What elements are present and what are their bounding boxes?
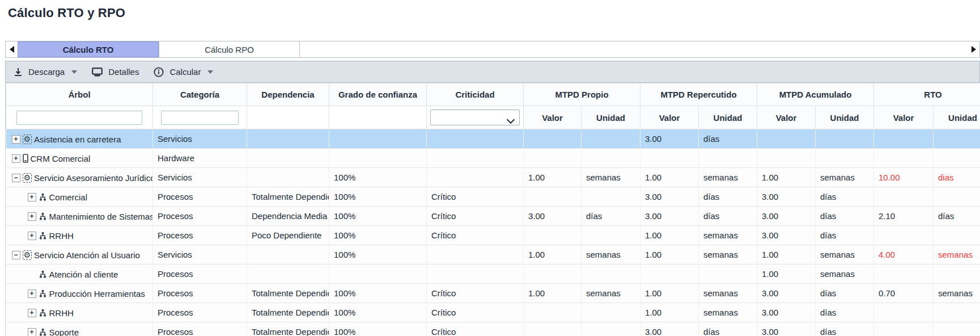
expand-toggle[interactable]: +: [12, 154, 20, 163]
table-row[interactable]: +Producción HerramientasProcesosTotalmen…: [6, 284, 980, 303]
tab-scroll-right-button[interactable]: [968, 41, 979, 57]
cell-mtpd-propio-valor: 1.00: [524, 168, 582, 187]
cell-categoria: Hardware: [153, 149, 247, 168]
table-row[interactable]: −⚙Servicio Atención al UsuarioServicios1…: [6, 245, 980, 264]
table-row[interactable]: −⚙Servicio Asesoramiento JurídicoServici…: [6, 168, 980, 187]
col-header-categoria[interactable]: Categoría: [153, 83, 247, 106]
expand-toggle[interactable]: +: [12, 135, 20, 144]
filter-subheader-row: Valor Unidad Valor Unidad Valor Unidad V…: [6, 106, 980, 129]
cell-arbol: +Mantenimiento de Sistemas: [6, 207, 153, 226]
cell-mtpd-acumulado-valor: 3.00: [757, 207, 816, 226]
cell-mtpd-propio-valor: 3.00: [524, 207, 582, 226]
cell-dependencia: [247, 264, 329, 284]
table-row[interactable]: +ComercialProcesosTotalmente Dependiente…: [6, 187, 980, 207]
cell-grado-confianza: 100%: [329, 284, 427, 303]
arbol-filter-input[interactable]: [16, 111, 142, 125]
col-header-criticidad[interactable]: Criticidad: [427, 83, 524, 106]
cell-mtpd-repercutido-valor: 3.00: [640, 322, 699, 336]
cell-mtpd-acumulado-unidad: días: [816, 207, 874, 226]
cell-mtpd-repercutido-unidad: semanas: [699, 245, 757, 264]
cell-mtpd-acumulado-unidad: [816, 149, 874, 168]
table-row[interactable]: +CRM ComercialHardware: [6, 149, 980, 168]
cell-grado-confianza: 100%: [329, 187, 427, 207]
collapse-toggle[interactable]: −: [12, 174, 20, 182]
cell-mtpd-acumulado-valor: 1.00: [757, 245, 816, 264]
cell-grado-confianza: 100%: [329, 168, 427, 187]
cell-rto-valor: [874, 264, 934, 284]
cell-rto-unidad: semanas: [934, 245, 980, 264]
table-row[interactable]: Atención al clienteProcesos1.00semanas: [6, 264, 980, 284]
subheader-unidad: Unidad: [934, 106, 980, 129]
tree-item-label: CRM Comercial: [31, 154, 91, 163]
cell-mtpd-acumulado-unidad: [816, 129, 874, 149]
subheader-unidad: Unidad: [582, 106, 640, 129]
tree-item-label: Comercial: [49, 192, 88, 202]
expand-toggle[interactable]: +: [28, 212, 36, 221]
col-header-grado-confianza[interactable]: Grado de confianza: [329, 83, 427, 106]
cell-mtpd-propio-valor: [524, 226, 582, 245]
expand-toggle[interactable]: +: [28, 309, 36, 317]
cell-categoria: Procesos: [153, 284, 247, 303]
cell-mtpd-acumulado-unidad: semanas: [816, 168, 874, 187]
cell-criticidad: [427, 264, 524, 284]
process-icon: [39, 212, 47, 221]
subheader-unidad: Unidad: [699, 106, 757, 129]
cell-mtpd-propio-valor: [524, 187, 582, 207]
tab-calculo-rpo[interactable]: Cálculo RPO: [159, 41, 300, 57]
cell-mtpd-propio-valor: [524, 149, 582, 168]
process-icon: [39, 289, 47, 298]
cell-rto-unidad: [934, 187, 980, 207]
subheader-valor: Valor: [524, 106, 582, 129]
tab-scroll-left-button[interactable]: [6, 41, 18, 57]
expand-toggle[interactable]: +: [28, 193, 36, 201]
cell-mtpd-propio-unidad: semanas: [582, 168, 640, 187]
cell-mtpd-acumulado-unidad: días: [816, 303, 874, 322]
cell-criticidad: Crítico: [427, 322, 524, 336]
cell-mtpd-propio-valor: 1.00: [524, 284, 582, 303]
collapse-toggle[interactable]: −: [12, 251, 20, 259]
table-row[interactable]: +RRHHProcesosPoco Dependiente100%Crítico…: [6, 226, 980, 245]
cell-rto-valor: 4.00: [874, 245, 934, 264]
descarga-button[interactable]: Descarga: [14, 67, 77, 77]
cell-mtpd-repercutido-unidad: días: [699, 207, 757, 226]
subheader-valor: Valor: [874, 106, 934, 129]
table-row[interactable]: +RRHHProcesosTotalmente Dependiente100%C…: [6, 303, 980, 322]
cell-rto-unidad: [934, 322, 980, 336]
cell-arbol: +Soporte: [6, 322, 153, 336]
expand-toggle[interactable]: +: [28, 232, 36, 240]
cell-grado-confianza: 100%: [329, 207, 427, 226]
col-header-arbol[interactable]: Árbol: [6, 83, 153, 106]
cell-rto-valor: 0.70: [874, 284, 934, 303]
table-row[interactable]: +Mantenimiento de SistemasProcesosDepend…: [6, 207, 980, 226]
cell-rto-valor: [874, 303, 934, 322]
expand-toggle[interactable]: +: [28, 328, 36, 336]
tab-calculo-rto[interactable]: Cálculo RTO: [18, 41, 159, 57]
expand-toggle[interactable]: +: [28, 289, 36, 298]
cell-dependencia: Poco Dependiente: [247, 226, 329, 245]
categoria-filter-input[interactable]: [161, 111, 239, 125]
download-icon: [14, 68, 23, 77]
cell-mtpd-propio-unidad: [582, 322, 640, 336]
cell-dependencia: Totalmente Dependiente: [247, 303, 329, 322]
tree-item-label: Mantenimiento de Sistemas: [49, 212, 153, 221]
cell-mtpd-repercutido-valor: 1.00: [640, 245, 699, 264]
col-header-dependencia[interactable]: Dependencia: [247, 83, 329, 106]
cell-grado-confianza: [329, 264, 427, 284]
cell-criticidad: Crítico: [427, 187, 524, 207]
cell-categoria: Procesos: [153, 187, 247, 207]
calcular-button[interactable]: Calcular: [154, 67, 213, 77]
cell-mtpd-propio-unidad: [582, 226, 640, 245]
process-icon: [39, 309, 47, 317]
table-row[interactable]: +SoporteProcesosTotalmente Dependiente10…: [6, 322, 980, 336]
cell-grado-confianza: [329, 129, 427, 149]
criticidad-filter-select[interactable]: [430, 110, 520, 125]
cell-mtpd-acumulado-valor: 1.00: [757, 168, 816, 187]
detalles-button[interactable]: Detalles: [92, 67, 139, 77]
cell-mtpd-acumulado-valor: 3.00: [757, 322, 816, 336]
tree-item-label: Soporte: [49, 327, 79, 336]
cell-grado-confianza: 100%: [329, 322, 427, 336]
cell-rto-unidad: [934, 226, 980, 245]
rto-table: Árbol Categoría Dependencia Grado de con…: [5, 83, 980, 336]
table-row[interactable]: +⚙Asistencia en carreteraServicios3.00dí…: [6, 129, 980, 149]
cell-mtpd-acumulado-valor: 3.00: [757, 187, 816, 207]
